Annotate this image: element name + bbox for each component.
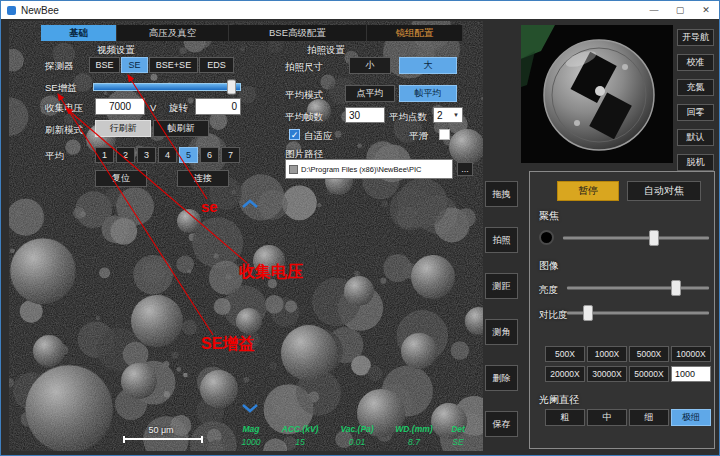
scale-bar (123, 436, 203, 443)
mag-value-input[interactable]: 1000 (671, 366, 711, 382)
photo-settings-title: 拍照设置 (281, 44, 371, 57)
tool-measure-angle-button[interactable]: 测角 (485, 319, 518, 345)
avg-frames-label: 平均帧数 (285, 111, 323, 124)
close-button[interactable]: ✕ (693, 1, 719, 19)
adaptive-label: 自适应 (304, 130, 333, 143)
annotation-collect-voltage: 收集电压 (239, 262, 303, 283)
default-button[interactable]: 默认 (677, 129, 714, 146)
aperture-label: 光阑直径 (539, 393, 579, 407)
offline-button[interactable]: 脱机 (677, 154, 714, 171)
tool-save-button[interactable]: 保存 (485, 411, 518, 437)
average-7-button[interactable]: 7 (221, 147, 240, 163)
mag-20000x-button[interactable]: 20000X (545, 366, 585, 382)
open-navigation-button[interactable]: 开导航 (677, 29, 714, 46)
aperture-coarse-button[interactable]: 粗 (545, 409, 585, 426)
connect-button[interactable]: 连接 (177, 170, 229, 187)
image-info-headers: Mag ACC.(kV) Vac.(Pa) WD.(mm) Det (231, 424, 473, 434)
average-5-button[interactable]: 5 (179, 147, 198, 163)
aperture-extrafine-button[interactable]: 极细 (671, 409, 711, 426)
tab-bse-advanced[interactable]: BSE高级配置 (229, 25, 367, 41)
calibrate-button[interactable]: 校准 (677, 54, 714, 71)
nitrogen-fill-button[interactable]: 充氮 (677, 79, 714, 96)
image-section-label: 图像 (539, 259, 559, 273)
average-1-button[interactable]: 1 (95, 147, 114, 163)
tool-measure-distance-button[interactable]: 测距 (485, 273, 518, 299)
se-gain-thumb[interactable] (227, 79, 236, 94)
scale-bar-label: 50 μm (136, 425, 186, 435)
avg-mode-label: 平均模式 (285, 89, 323, 102)
image-path-value: D:\Program Files (x86)\NewBee\PIC (301, 165, 421, 174)
detector-eds-button[interactable]: EDS (199, 57, 234, 73)
rotation-input[interactable]: 0 (195, 98, 241, 115)
tab-lens-config[interactable]: 镜组配置 (367, 25, 463, 41)
mag-1000x-button[interactable]: 1000X (587, 346, 627, 362)
scale-bar-line (125, 438, 201, 440)
tool-delete-button[interactable]: 删除 (485, 365, 518, 391)
focus-label: 聚焦 (539, 209, 559, 223)
frame-average-button[interactable]: 帧平均 (399, 85, 457, 102)
info-value-mag: 1000 (231, 437, 271, 447)
smooth-checkbox[interactable] (439, 129, 450, 140)
focus-slider[interactable] (563, 231, 709, 245)
brightness-slider-thumb[interactable] (671, 280, 681, 296)
average-6-button[interactable]: 6 (200, 147, 219, 163)
titlebar: NewBee — ▢ ✕ (1, 1, 719, 19)
mag-500x-button[interactable]: 500X (545, 346, 585, 362)
pause-button[interactable]: 暂停 (557, 181, 619, 201)
info-value-wd: 8.7 (385, 437, 443, 447)
smooth-label: 平滑 (409, 130, 428, 143)
mag-5000x-button[interactable]: 5000X (629, 346, 669, 362)
minimize-button[interactable]: — (641, 1, 667, 19)
aperture-medium-button[interactable]: 中 (587, 409, 627, 426)
photo-size-label: 拍照尺寸 (285, 61, 323, 74)
size-large-button[interactable]: 大 (399, 57, 457, 74)
se-gain-track (93, 83, 241, 91)
average-4-button[interactable]: 4 (158, 147, 177, 163)
line-refresh-button[interactable]: 行刷新 (95, 120, 151, 137)
info-header-vac: Vac.(Pa) (329, 424, 385, 434)
average-3-button[interactable]: 3 (137, 147, 156, 163)
app-icon (7, 6, 16, 15)
collect-voltage-input[interactable]: 7000 (95, 98, 145, 115)
detector-bse-button[interactable]: BSE (89, 57, 120, 73)
tool-snapshot-button[interactable]: 拍照 (485, 227, 518, 253)
mag-10000x-button[interactable]: 10000X (671, 346, 711, 362)
detector-se-button[interactable]: SE (121, 57, 148, 73)
average-2-button[interactable]: 2 (116, 147, 135, 163)
autofocus-button[interactable]: 自动对焦 (627, 181, 701, 201)
browse-button[interactable]: ... (457, 162, 473, 176)
frame-refresh-button[interactable]: 帧刷新 (153, 120, 209, 137)
contrast-slider[interactable] (567, 306, 709, 320)
reset-button[interactable]: 复位 (95, 170, 147, 187)
image-path-input[interactable]: D:\Program Files (x86)\NewBee\PIC (285, 159, 453, 179)
chevron-down-icon[interactable] (241, 403, 259, 413)
avg-points-dropdown[interactable]: 2 ▼ (433, 107, 463, 123)
mag-30000x-button[interactable]: 30000X (587, 366, 627, 382)
detector-bse-se-button[interactable]: BSE+SE (149, 57, 198, 73)
se-gain-slider[interactable] (93, 80, 241, 93)
info-header-det: Det (443, 424, 473, 434)
home-button[interactable]: 回零 (677, 104, 714, 121)
focus-indicator[interactable] (539, 230, 554, 245)
contrast-slider-thumb[interactable] (583, 305, 593, 321)
contrast-label: 对比度 (539, 309, 568, 322)
aperture-fine-button[interactable]: 细 (629, 409, 669, 426)
tab-hv-vacuum[interactable]: 高压及真空 (117, 25, 229, 41)
focus-slider-thumb[interactable] (649, 230, 659, 246)
info-value-acc: 15 (271, 437, 329, 447)
brightness-slider[interactable] (567, 281, 709, 295)
chamber-camera-view (521, 25, 673, 163)
chevron-up-icon[interactable] (241, 199, 259, 209)
app-window: NewBee — ▢ ✕ (0, 0, 720, 456)
adaptive-checkbox[interactable]: ✓ (289, 129, 300, 140)
refresh-mode-label: 刷新模式 (45, 124, 83, 137)
size-small-button[interactable]: 小 (349, 57, 391, 74)
tab-basic[interactable]: 基础 (41, 25, 117, 41)
annotation-se-gain: SE增益 (201, 334, 254, 355)
maximize-button[interactable]: ▢ (667, 1, 693, 19)
avg-frames-input[interactable]: 30 (345, 107, 385, 123)
info-header-acc: ACC.(kV) (271, 424, 329, 434)
mag-50000x-button[interactable]: 50000X (629, 366, 669, 382)
tool-drag-button[interactable]: 拖拽 (485, 181, 518, 207)
point-average-button[interactable]: 点平均 (345, 85, 395, 102)
